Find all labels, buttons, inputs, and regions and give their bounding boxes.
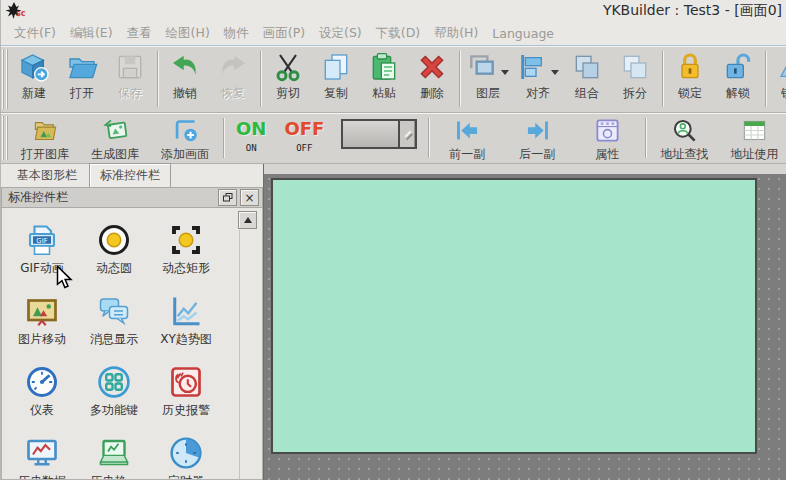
tb-open-gallery-button[interactable]: 打开图库 (10, 113, 80, 163)
open-gallery-label: 打开图库 (21, 146, 69, 163)
menu-item-download[interactable]: 下载(D) (369, 25, 427, 42)
controls-grid: GIFGIF动画动态圆动态矩形图片移动消息显示XY趋势图仪表多功能键历史报警历史… (2, 208, 262, 480)
toolbar-group: 镜像 (769, 46, 786, 102)
copy-label: 复制 (324, 85, 348, 102)
panel-scrollbar-track[interactable] (239, 230, 257, 479)
tab-basic-graphics[interactable]: 基本图形栏 (7, 164, 87, 187)
menu-item-object[interactable]: 物件 (217, 25, 256, 42)
tb-align-button[interactable]: 对齐 (513, 46, 563, 102)
gif-icon: GIF (24, 222, 60, 258)
toolbar-group: 新建打开保存 (10, 46, 154, 102)
toolbar-gripper[interactable] (2, 116, 9, 160)
menu-item-settings[interactable]: 设定(S) (312, 25, 369, 42)
menu-item-file[interactable]: 文件(F) (7, 25, 63, 42)
state-slider[interactable] (341, 119, 417, 149)
tb-lock-button[interactable]: 锁定 (666, 46, 714, 102)
menu-item-language[interactable]: Language (485, 26, 561, 41)
next-icon (524, 117, 551, 144)
tb-split-button[interactable]: 拆分 (611, 46, 659, 102)
tb-next-frame-button[interactable]: 后一副 (502, 113, 572, 163)
tb-group-button[interactable]: 组合 (563, 46, 611, 102)
tb-layers-button[interactable]: 图层 (463, 46, 513, 102)
tb-copy-button[interactable]: 复制 (312, 46, 360, 102)
toolbar-group: 撤销恢复 (161, 46, 257, 102)
ctl-msg-display[interactable]: 消息显示 (78, 293, 150, 348)
cut-icon (272, 51, 304, 83)
ctl-dyn-circle[interactable]: 动态圆 (78, 222, 150, 277)
tb-redo-button[interactable]: 恢复 (209, 46, 257, 102)
menu-item-draw[interactable]: 绘图(H) (159, 25, 217, 42)
tb-delete-button[interactable]: 删除 (408, 46, 456, 102)
split-icon (619, 51, 651, 83)
ctl-hist-alarm[interactable]: 历史报警 (150, 364, 222, 419)
menu-item-edit[interactable]: 编辑(E) (63, 25, 120, 42)
svg-text:GIF: GIF (36, 237, 47, 245)
title-bar: sc YKBuilder : Test3 - [画面0] (1, 0, 786, 22)
tb-undo-button[interactable]: 撤销 (161, 46, 209, 102)
new-label: 新建 (22, 85, 46, 102)
tb-gen-gallery-button[interactable]: 生成图库 (80, 113, 150, 163)
align-dropdown-arrow[interactable] (551, 70, 559, 79)
tb-open-button[interactable]: 打开 (58, 46, 106, 102)
menu-item-view[interactable]: 查看 (120, 25, 159, 42)
logo-text: sc (16, 10, 26, 18)
tb-addr-use-button[interactable]: 地址使用 (719, 113, 786, 163)
dyn-rect-icon (168, 222, 204, 258)
hist-trend-icon (96, 435, 132, 471)
add-screen-icon (172, 117, 199, 144)
tb-addr-search-button[interactable]: 地址查找 (649, 113, 719, 163)
panel-close-button[interactable]: × (240, 189, 259, 206)
add-screen-label: 添加画面 (161, 146, 209, 163)
addr-use-icon (741, 117, 768, 144)
tb-prev-frame-button[interactable]: 前一副 (432, 113, 502, 163)
off-button[interactable]: OFFOFF (275, 113, 333, 153)
redo-label: 恢复 (221, 85, 245, 102)
tb-properties-button[interactable]: 属性 (572, 113, 642, 163)
ctl-gauge[interactable]: 仪表 (6, 364, 78, 419)
tb-save-button[interactable]: 保存 (106, 46, 154, 102)
menu-item-help[interactable]: 帮助(H) (427, 25, 485, 42)
dyn-rect-label: 动态矩形 (150, 260, 222, 277)
tb-cut-button[interactable]: 剪切 (264, 46, 312, 102)
menu-item-screen[interactable]: 画面(P) (256, 25, 312, 42)
ctl-pic-move[interactable]: 图片移动 (6, 293, 78, 348)
tb-mirror-button[interactable]: 镜像 (769, 46, 786, 102)
toolbar-gripper[interactable] (2, 49, 9, 109)
addr-search-icon (671, 117, 698, 144)
toolbar-separator (260, 51, 261, 107)
ctl-dyn-rect[interactable]: 动态矩形 (150, 222, 222, 277)
addr-search-label: 地址查找 (660, 146, 708, 163)
arrow-up-icon (244, 213, 252, 223)
dyn-circle-icon (96, 222, 132, 258)
ctl-hist-data[interactable]: 历史数据 (6, 435, 78, 480)
hist-alarm-icon (168, 364, 204, 400)
workspace-top-strip (264, 164, 786, 174)
tb-add-screen-button[interactable]: 添加画面 (150, 113, 220, 163)
toolbar-screen: 打开图库生成图库添加画面ONONOFFOFF前一副后一副属性地址查找地址使用宏指… (1, 113, 786, 164)
toolbar-group: 锁定解锁 (666, 46, 762, 102)
tb-unlock-button[interactable]: 解锁 (714, 46, 762, 102)
panel-float-button[interactable] (218, 189, 237, 206)
panel-title: 标准控件栏 (8, 189, 215, 206)
toolbar-group: 地址查找地址使用 (649, 113, 786, 163)
design-canvas-screen[interactable] (271, 178, 757, 454)
ctl-multi-key[interactable]: 多功能键 (78, 364, 150, 419)
toolbar-separator (645, 118, 646, 158)
lock-label: 锁定 (678, 85, 702, 102)
next-frame-label: 后一副 (519, 146, 555, 163)
slider-handle[interactable] (398, 121, 415, 147)
layers-dropdown-arrow[interactable] (501, 70, 509, 79)
controls-panel-body: GIFGIF动画动态圆动态矩形图片移动消息显示XY趋势图仪表多功能键历史报警历史… (1, 208, 263, 480)
save-icon (114, 51, 146, 83)
close-icon: × (244, 192, 254, 204)
tb-new-button[interactable]: 新建 (10, 46, 58, 102)
on-button[interactable]: ONON (227, 113, 275, 153)
mirror-icon (777, 51, 786, 83)
ctl-timer[interactable]: 定时器 (150, 435, 222, 480)
tab-standard-controls[interactable]: 标准控件栏 (89, 163, 171, 187)
msg-display-label: 消息显示 (78, 331, 150, 348)
panel-scroll-up-button[interactable] (238, 211, 257, 229)
ctl-hist-trend[interactable]: 历史趋... (78, 435, 150, 480)
ctl-xy-trend[interactable]: XY趋势图 (150, 293, 222, 348)
tb-paste-button[interactable]: 粘贴 (360, 46, 408, 102)
